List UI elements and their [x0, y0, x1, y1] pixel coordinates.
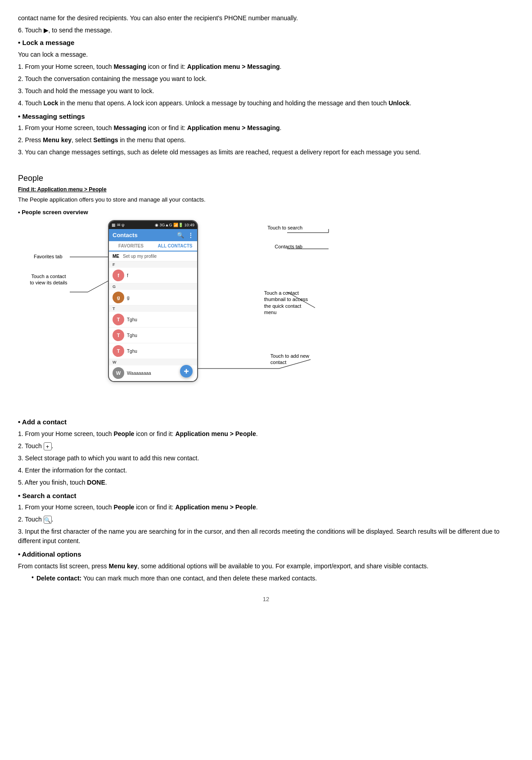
search-contact-title: • Search a contact	[18, 491, 514, 501]
screen-overview-label: • People screen overview	[18, 208, 514, 217]
msg-step1: 1. From your Home screen, touch Messagin…	[18, 123, 514, 133]
people-heading: People	[18, 172, 514, 184]
avatar-f: f	[113, 270, 124, 281]
contact-name-g: g	[127, 295, 130, 300]
lock-step3: 3. Touch and hold the message you want t…	[18, 86, 514, 96]
sub-bullet-dot: •	[32, 574, 34, 586]
phone-tabs[interactable]: FAVORITES ALL CONTACTS	[109, 241, 197, 252]
phone-status-bar: ▦ ✉ ψ ◉ 3G▲G 📶🔋 10:49	[109, 221, 197, 229]
search-contact-section: • Search a contact 1. From your Home scr…	[18, 491, 514, 546]
contact-name-w: Waaaaaaaa	[127, 371, 151, 376]
intro-line1: contact name for the desired recipients.…	[18, 13, 514, 23]
status-right: ◉ 3G▲G 📶🔋 10:49	[155, 223, 194, 227]
fab-add-contact[interactable]	[180, 365, 193, 378]
me-row: ME Set up my profile	[109, 252, 197, 261]
add-icon	[183, 368, 189, 374]
all-contacts-tab[interactable]: ALL CONTACTS	[153, 241, 197, 252]
more-icon[interactable]: ⋮	[188, 232, 194, 238]
section-W: W	[109, 359, 197, 365]
msg-step3: 3. You can change messages settings, suc…	[18, 148, 514, 157]
page-content: contact name for the desired recipients.…	[18, 13, 514, 603]
contact-tghu1[interactable]: T Tghu	[109, 312, 197, 328]
me-profile-text: Set up my profile	[123, 254, 157, 259]
additional-options-desc: From contacts list screen, press Menu ke…	[18, 562, 514, 571]
add-contact-section: • Add a contact 1. From your Home screen…	[18, 417, 514, 487]
people-screen-diagram: ▦ ✉ ψ ◉ 3G▲G 📶🔋 10:49 Contacts 🔍 ⋮ FAVOR…	[18, 220, 514, 409]
section-F: F	[109, 261, 197, 268]
people-description: The People application offers you to sto…	[18, 195, 514, 204]
avatar-tghu3: T	[113, 345, 124, 357]
add-step4: 4. Enter the information for the contact…	[18, 466, 514, 475]
lock-step4: 4. Touch Lock in the menu that opens. A …	[18, 99, 514, 108]
add-step3: 3. Select storage path to which you want…	[18, 454, 514, 463]
annotation-touch-to-search: Touch to search	[267, 225, 302, 231]
favorites-tab[interactable]: FAVORITES	[109, 241, 153, 251]
search-step1: 1. From your Home screen, touch People i…	[18, 503, 514, 512]
phone-mockup: ▦ ✉ ψ ◉ 3G▲G 📶🔋 10:49 Contacts 🔍 ⋮ FAVOR…	[108, 220, 198, 382]
add-step2: 2. Touch +.	[18, 441, 514, 451]
contact-name-f: f	[127, 273, 128, 278]
delete-contact-bullet: • Delete contact: You can mark much more…	[32, 574, 514, 586]
add-step1: 1. From your Home screen, touch People i…	[18, 429, 514, 439]
annotation-touch-add: Touch to add newcontact	[271, 353, 309, 366]
delete-contact-text: Delete contact: You can mark much more t…	[36, 574, 317, 583]
annotation-favorites-tab: Favorites tab	[34, 253, 63, 260]
intro-line2: 6. Touch ▶, to send the message.	[18, 26, 514, 35]
additional-options-title: • Additional options	[18, 549, 514, 560]
phone-inner: Contacts 🔍 ⋮ FAVORITES ALL CONTACTS ME S…	[109, 229, 197, 381]
messaging-settings-section: • Messaging settings 1. From your Home s…	[18, 112, 514, 157]
avatar-tghu2: T	[113, 329, 124, 341]
page-number: 12	[18, 595, 514, 604]
contact-name-tghu3: Tghu	[127, 349, 137, 354]
section-G: G	[109, 283, 197, 290]
additional-options-section: • Additional options From contacts list …	[18, 549, 514, 586]
lock-step1: 1. From your Home screen, touch Messagin…	[18, 62, 514, 72]
lock-step2: 2. Touch the conversation containing the…	[18, 74, 514, 84]
header-icons: 🔍 ⋮	[177, 232, 194, 238]
status-left: ▦ ✉ ψ	[112, 223, 124, 227]
contact-tghu3[interactable]: T Tghu	[109, 343, 197, 359]
contacts-title: Contacts	[113, 232, 138, 238]
contact-g[interactable]: g g	[109, 290, 197, 306]
add-contact-title: • Add a contact	[18, 417, 514, 427]
search-icon[interactable]: 🔍	[177, 232, 184, 238]
find-it-label: Find it: Application menu > People	[18, 185, 514, 193]
avatar-tghu1: T	[113, 314, 124, 325]
add-step5: 5. After you finish, touch DONE.	[18, 478, 514, 487]
annotation-touch-thumbnail: Touch a contactthumbnail to accessthe qu…	[264, 290, 308, 315]
avatar-w: W	[113, 367, 124, 379]
contact-tghu2[interactable]: T Tghu	[109, 328, 197, 343]
lock-message-title: • Lock a message	[18, 38, 514, 48]
messaging-settings-title: • Messaging settings	[18, 112, 514, 122]
msg-step2: 2. Press Menu key, select Settings in th…	[18, 135, 514, 145]
annotation-touch-contact: Touch a contactto view its details	[26, 273, 71, 286]
lock-message-section: • Lock a message You can lock a message.…	[18, 38, 514, 108]
lock-message-desc: You can lock a message.	[18, 50, 514, 59]
contacts-header: Contacts 🔍 ⋮	[109, 229, 197, 241]
avatar-g: g	[113, 292, 124, 303]
me-label: ME	[113, 254, 119, 259]
search-step2: 2. Touch 🔍.	[18, 515, 514, 524]
section-T: T	[109, 306, 197, 312]
annotation-contacts-tab: Contacts tab	[275, 243, 302, 250]
search-step3: 3. Input the first character of the name…	[18, 527, 514, 546]
contact-f[interactable]: f f	[109, 268, 197, 283]
contact-name-tghu1: Tghu	[127, 317, 137, 322]
contact-name-tghu2: Tghu	[127, 333, 137, 338]
